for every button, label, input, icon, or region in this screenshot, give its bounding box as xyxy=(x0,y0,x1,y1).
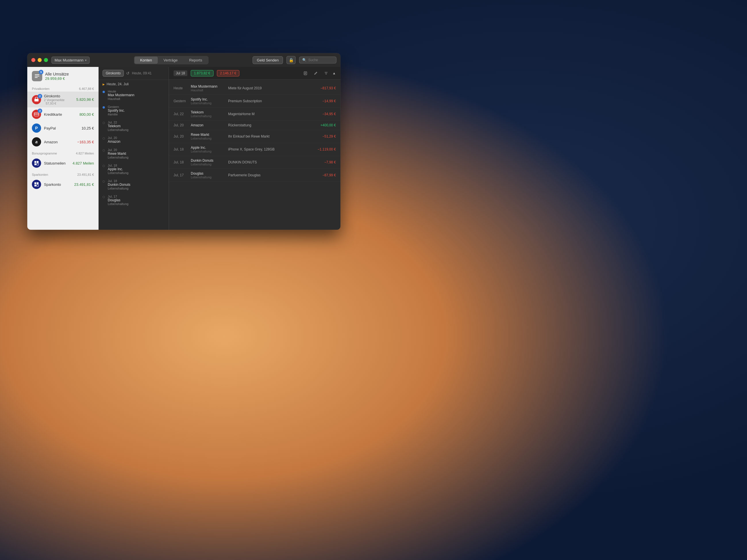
row-payee-name-6: Dunkin Donuts xyxy=(191,159,228,163)
row-amount-1: −14,99 € xyxy=(313,99,336,103)
edit-icon-btn[interactable] xyxy=(312,69,320,77)
statusmeilen-amount: 4.827 Meilen xyxy=(73,161,94,165)
section-label-privatkonten: Privatkonten xyxy=(32,87,49,90)
trans-item-content-7: Jul, 17 Douglas Lebenshaltung xyxy=(108,195,164,206)
trans-item-7[interactable]: Jul, 17 Douglas Lebenshaltung xyxy=(99,192,169,208)
section-amount-bonus: 4.827 Meilen xyxy=(76,152,94,155)
trans-dot-7 xyxy=(103,196,105,198)
trans-item-payee-5: Apple Inc. xyxy=(108,167,164,171)
table-row[interactable]: Jul, 17 Douglas Lebenshaltung Parfuemeri… xyxy=(169,169,340,182)
lock-icon: 🔒 xyxy=(289,58,293,62)
svg-rect-7 xyxy=(37,161,38,163)
trans-item-1[interactable]: Gestern Spotify Inc. #amilie xyxy=(99,103,169,118)
row-amount-0: −817,93 € xyxy=(313,86,336,90)
transaction-list-panel: Girokonto ↺ Heute, 09:41 ▶ Heute, 24. Ju… xyxy=(99,67,169,230)
paypal-text: PayPal xyxy=(44,126,79,130)
trans-item-payee-2: Telekom xyxy=(108,124,164,128)
search-input[interactable] xyxy=(308,58,334,62)
account-icon-amazon: a xyxy=(32,137,41,146)
row-date-3: Jul, 20 xyxy=(174,123,191,127)
refresh-icon[interactable]: ↺ xyxy=(126,71,130,76)
filter-icon-btn[interactable] xyxy=(322,69,330,77)
account-icon-sparkonto xyxy=(32,180,41,189)
minimize-button[interactable] xyxy=(37,58,42,62)
row-amount-5: −1.119,00 € xyxy=(313,147,336,151)
trans-item-6[interactable]: Jul, 18 Dunkin Donuts Lebenshaltung xyxy=(99,177,169,192)
tab-konten[interactable]: Konten xyxy=(134,57,158,64)
all-transactions-label: Alle Umsätze xyxy=(45,72,94,76)
tab-vertraege[interactable]: Verträge xyxy=(158,57,183,64)
table-row[interactable]: Jul, 20 Rewe Markt Lebenshaltung Ihr Ein… xyxy=(169,130,340,143)
statusmeilen-text: Statusmeilen xyxy=(44,161,70,165)
table-row[interactable]: Gestern Spotify Inc. Lebenshaltung Premi… xyxy=(169,95,340,108)
trans-item-3[interactable]: Jul, 20 Amazon xyxy=(99,134,169,146)
svg-rect-0 xyxy=(35,74,40,75)
svg-rect-12 xyxy=(34,185,36,186)
girokonto-badge: 2 xyxy=(37,94,42,99)
row-amount-3: +400,00 € xyxy=(313,123,336,127)
trans-item-4[interactable]: Jul, 20 Rewe Markt Lebenshaltung xyxy=(99,146,169,161)
close-button[interactable] xyxy=(31,58,35,62)
table-row[interactable]: Jul, 18 Apple Inc. Lebenshaltung iPhone … xyxy=(169,143,340,156)
row-payee-name-1: Spotify Inc. xyxy=(191,97,228,101)
svg-rect-9 xyxy=(37,163,38,165)
row-date-2: Jul, 22 xyxy=(174,112,191,116)
row-date-4: Jul, 20 xyxy=(174,134,191,138)
table-row[interactable]: Heute Max Mustermann Haushalt Miete für … xyxy=(169,82,340,95)
search-box[interactable]: 🔍 xyxy=(299,57,336,63)
trans-item-date-6: Jul, 18 xyxy=(108,179,164,183)
table-row[interactable]: Jul, 20 Amazon Rückerstattung +400,00 € xyxy=(169,121,340,130)
user-selector[interactable]: Max Mustermann ▾ xyxy=(51,57,89,64)
trans-item-payee-3: Amazon xyxy=(108,139,164,143)
table-row[interactable]: Jul, 22 Telekom Lebenshaltung MagentaHom… xyxy=(169,108,340,121)
trans-item-5[interactable]: Jul, 18 Apple Inc. Lebenshaltung xyxy=(99,161,169,177)
trans-item-date-0: Heute xyxy=(108,89,164,93)
row-date-5: Jul, 18 xyxy=(174,147,191,151)
account-item-girokonto[interactable]: 2 Girokonto 2 Vorgemerkte 57,93 € 5.820,… xyxy=(27,91,99,107)
lock-button[interactable]: 🔒 xyxy=(286,56,295,64)
chevron-up-icon[interactable]: ▲ xyxy=(332,71,336,75)
send-money-button[interactable]: Geld Senden xyxy=(253,56,283,64)
chevron-down-icon: ▾ xyxy=(85,59,86,62)
row-payee-cat-0: Haushalt xyxy=(191,88,228,92)
svg-rect-13 xyxy=(37,185,38,186)
girokonto-filter-button[interactable]: Girokonto xyxy=(103,70,124,77)
main-tab-group: Konten Verträge Reports xyxy=(134,56,209,64)
account-item-sparkonto[interactable]: Sparkonto 23.491,81 € xyxy=(27,178,99,191)
trans-item-date-4: Jul, 20 xyxy=(108,148,164,152)
girokonto-name: Girokonto xyxy=(44,94,74,98)
section-amount-spar: 23.491,81 € xyxy=(77,173,94,176)
svg-rect-11 xyxy=(37,182,38,184)
account-item-paypal[interactable]: P PayPal 10,25 € xyxy=(27,121,99,135)
section-amount-privatkonten: 6.467,88 € xyxy=(79,87,94,90)
detail-header-icons: ▲ xyxy=(301,69,336,77)
trans-item-category-7: Lebenshaltung xyxy=(108,202,164,206)
girokonto-sub: 2 Vorgemerkte 57,93 € xyxy=(44,98,74,105)
account-item-amazon[interactable]: a Amazon −163,35 € xyxy=(27,135,99,149)
row-desc-4: Ihr Einkauf bei Rewe Markt xyxy=(228,134,313,138)
svg-rect-2 xyxy=(35,77,37,78)
app-window: Max Mustermann ▾ Konten Verträge Reports… xyxy=(27,53,340,230)
all-transactions-item[interactable]: 5 Alle Umsätze 29.959,69 € xyxy=(27,67,99,84)
trans-dot-6 xyxy=(103,180,105,183)
trans-item-2[interactable]: Jul, 22 Telekom Lebenshaltung xyxy=(99,118,169,134)
paypal-amount: 10,25 € xyxy=(82,126,94,130)
row-payee-name-5: Apple Inc. xyxy=(191,145,228,150)
account-item-statusmeilen[interactable]: Statusmeilen 4.827 Meilen xyxy=(27,156,99,170)
maximize-button[interactable] xyxy=(44,58,48,62)
amazon-name: Amazon xyxy=(44,140,74,144)
row-payee-5: Apple Inc. Lebenshaltung xyxy=(191,145,228,153)
trans-item-payee-1: Spotify Inc. xyxy=(108,109,164,113)
girokonto-text: Girokonto 2 Vorgemerkte 57,93 € xyxy=(44,94,74,105)
row-desc-2: MagentaHome M xyxy=(228,112,313,116)
notes-icon-btn[interactable] xyxy=(301,69,309,77)
tab-reports[interactable]: Reports xyxy=(183,57,208,64)
title-bar: Max Mustermann ▾ Konten Verträge Reports… xyxy=(27,53,340,67)
trans-item-0[interactable]: Heute Max Mustermann Haushalt xyxy=(99,87,169,103)
table-row[interactable]: Jul, 18 Dunkin Donuts Lebenshaltung DUNK… xyxy=(169,156,340,169)
balance-negative-badge: 2.146,17 € xyxy=(217,70,240,76)
account-item-kreditkarte[interactable]: 3 Kreditkarte 800,00 € xyxy=(27,107,99,121)
sidebar: 5 Alle Umsätze 29.959,69 € Privatkonten … xyxy=(27,67,99,230)
row-date-1: Gestern xyxy=(174,99,191,103)
triangle-icon: ▶ xyxy=(103,83,105,86)
